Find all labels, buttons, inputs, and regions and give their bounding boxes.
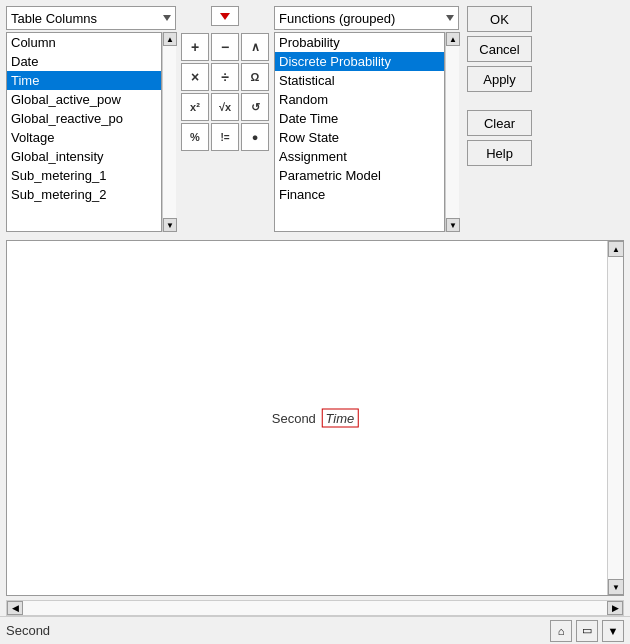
functions-list-scrollbar: ▲ ▼	[445, 32, 459, 232]
page-icon-btn[interactable]: ▭	[576, 620, 598, 642]
home-icon-btn[interactable]: ⌂	[550, 620, 572, 642]
status-bar: Second ⌂ ▭ ▼	[0, 616, 630, 644]
main-container: Table Columns Column Date Time Global_ac…	[0, 0, 630, 644]
clear-button[interactable]: Clear	[467, 110, 532, 136]
operator-grid: + − ∧ × ÷ Ω x² √x ↺ % != ●	[181, 33, 269, 151]
bottom-scrollbar: ◀ ▶	[6, 600, 624, 616]
list-item[interactable]: Sub_metering_1	[7, 166, 161, 185]
functions-label: Functions (grouped)	[279, 11, 395, 26]
list-item[interactable]: Sub_metering_2	[7, 185, 161, 204]
expression-italic-box: Time	[321, 409, 358, 428]
table-columns-label: Table Columns	[11, 11, 97, 26]
functions-dropdown[interactable]: Functions (grouped)	[274, 6, 459, 30]
status-text: Second	[6, 623, 50, 638]
expression-content: Second Time	[272, 409, 359, 428]
functions-scroll-track	[446, 46, 459, 218]
list-item[interactable]: Voltage	[7, 128, 161, 147]
list-item[interactable]: Global_active_pow	[7, 90, 161, 109]
page-arrow-btn[interactable]: ▼	[602, 620, 624, 642]
scroll-down-btn[interactable]: ▼	[163, 218, 177, 232]
minus-btn[interactable]: −	[211, 33, 239, 61]
function-item-rowstate[interactable]: Row State	[275, 128, 444, 147]
power-btn[interactable]: ∧	[241, 33, 269, 61]
expr-scroll-down[interactable]: ▼	[608, 579, 624, 595]
function-item-probability[interactable]: Probability	[275, 33, 444, 52]
column-list[interactable]: Column Date Time Global_active_pow Globa…	[6, 32, 162, 232]
scroll-up-btn[interactable]: ▲	[163, 32, 177, 46]
function-item-random[interactable]: Random	[275, 90, 444, 109]
col-left: Table Columns Column Date Time Global_ac…	[6, 6, 176, 232]
expr-right-scrollbar: ▲ ▼	[607, 241, 623, 595]
column-list-wrapper: Column Date Time Global_active_pow Globa…	[6, 32, 176, 232]
square-btn[interactable]: x²	[181, 93, 209, 121]
function-item-datetime[interactable]: Date Time	[275, 109, 444, 128]
sqrt-btn[interactable]: √x	[211, 93, 239, 121]
scroll-left-btn[interactable]: ◀	[7, 601, 23, 615]
function-item-finance[interactable]: Finance	[275, 185, 444, 204]
list-item[interactable]: Date	[7, 52, 161, 71]
list-item[interactable]: Global_intensity	[7, 147, 161, 166]
expression-area[interactable]: Second Time ▲ ▼	[6, 240, 624, 596]
col-right: Functions (grouped) Probability Discrete…	[274, 6, 459, 232]
insert-button[interactable]	[211, 6, 239, 26]
function-item-parametric[interactable]: Parametric Model	[275, 166, 444, 185]
list-item[interactable]: Column	[7, 33, 161, 52]
function-item-discrete[interactable]: Discrete Probability	[275, 52, 444, 71]
cancel-button[interactable]: Cancel	[467, 36, 532, 62]
dot-btn[interactable]: ●	[241, 123, 269, 151]
notequal-btn[interactable]: !=	[211, 123, 239, 151]
divide-btn[interactable]: ÷	[211, 63, 239, 91]
expr-scroll-track-v	[608, 257, 623, 579]
scroll-track-h	[23, 601, 607, 615]
ok-button[interactable]: OK	[467, 6, 532, 32]
status-icons: ⌂ ▭ ▼	[550, 620, 624, 642]
apply-button[interactable]: Apply	[467, 66, 532, 92]
col-middle: + − ∧ × ÷ Ω x² √x ↺ % != ●	[180, 6, 270, 151]
functions-scroll-down[interactable]: ▼	[446, 218, 460, 232]
multiply-btn[interactable]: ×	[181, 63, 209, 91]
scroll-track	[163, 46, 176, 218]
list-item-selected[interactable]: Time	[7, 71, 161, 90]
top-section: Table Columns Column Date Time Global_ac…	[0, 0, 630, 236]
expression-area-wrapper: Second Time ▲ ▼	[6, 240, 624, 596]
functions-dropdown-arrow-icon	[446, 15, 454, 21]
functions-list-wrapper: Probability Discrete Probability Statist…	[274, 32, 459, 232]
insert-arrow-icon	[220, 13, 230, 20]
table-columns-dropdown[interactable]: Table Columns	[6, 6, 176, 30]
plus-btn[interactable]: +	[181, 33, 209, 61]
functions-list[interactable]: Probability Discrete Probability Statist…	[274, 32, 445, 232]
function-item-statistical[interactable]: Statistical	[275, 71, 444, 90]
omega-btn[interactable]: Ω	[241, 63, 269, 91]
help-button[interactable]: Help	[467, 140, 532, 166]
scroll-right-btn[interactable]: ▶	[607, 601, 623, 615]
percent-btn[interactable]: %	[181, 123, 209, 151]
column-list-scrollbar: ▲ ▼	[162, 32, 176, 232]
expression-plain-text: Second	[272, 411, 316, 426]
dropdown-arrow-icon	[163, 15, 171, 21]
functions-scroll-up[interactable]: ▲	[446, 32, 460, 46]
function-item-assignment[interactable]: Assignment	[275, 147, 444, 166]
cycle-btn[interactable]: ↺	[241, 93, 269, 121]
col-buttons: OK Cancel Apply Clear Help	[467, 6, 537, 166]
list-item[interactable]: Global_reactive_po	[7, 109, 161, 128]
expr-scroll-up[interactable]: ▲	[608, 241, 624, 257]
